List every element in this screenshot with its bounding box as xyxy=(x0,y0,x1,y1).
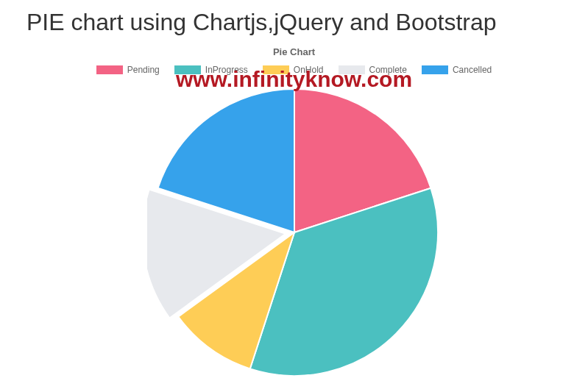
pie-chart xyxy=(147,85,442,379)
legend-label: Pending xyxy=(127,65,160,75)
legend-item-cancelled[interactable]: Cancelled xyxy=(422,65,492,75)
page-title: PIE chart using Chartjs,jQuery and Boots… xyxy=(0,0,588,36)
chart-title: Pie Chart xyxy=(0,46,588,57)
legend-swatch-icon xyxy=(422,65,448,74)
legend-item-pending[interactable]: Pending xyxy=(96,65,160,75)
watermark-text: www.infinityknow.com xyxy=(176,67,412,92)
legend-swatch-icon xyxy=(96,65,123,74)
pie-chart-container xyxy=(0,85,588,379)
legend-label: Cancelled xyxy=(453,65,492,75)
